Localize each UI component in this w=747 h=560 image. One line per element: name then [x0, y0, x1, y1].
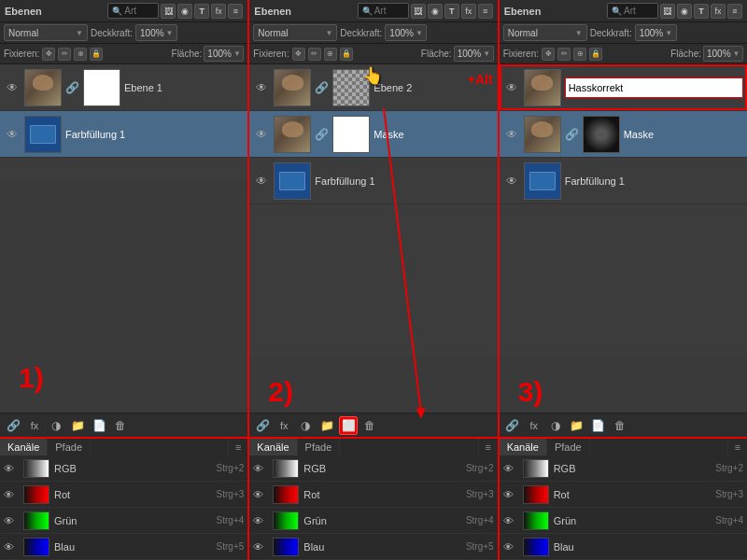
- layer-link-icon[interactable]: 🔗: [65, 81, 79, 94]
- tab-channels-2[interactable]: Kanäle: [249, 439, 297, 455]
- layer-row[interactable]: 👁: [500, 64, 747, 111]
- channel-row-rgb-2[interactable]: 👁 RGB Strg+2: [249, 455, 497, 482]
- icon-circle-1[interactable]: ◉: [177, 4, 192, 19]
- action-group-2[interactable]: 📁: [317, 416, 336, 435]
- blend-mode-3[interactable]: Normal▼: [503, 24, 587, 41]
- search-box-2[interactable]: 🔍 Art: [358, 3, 409, 19]
- action-fx[interactable]: fx: [25, 416, 44, 435]
- action-adj-3[interactable]: ◑: [546, 416, 565, 435]
- eye-icon[interactable]: 👁: [253, 79, 270, 96]
- action-adj-2[interactable]: ◑: [296, 416, 315, 435]
- fix-icon-pos-3[interactable]: ⊕: [573, 48, 586, 61]
- channel-row-blue-2[interactable]: 👁 Blau Strg+5: [249, 534, 497, 560]
- fix-icon-move-1[interactable]: ✥: [42, 48, 55, 61]
- eye-icon[interactable]: 👁: [253, 489, 268, 500]
- fill-value-3[interactable]: 100%▼: [703, 46, 743, 62]
- eye-icon[interactable]: 👁: [253, 173, 270, 189]
- icon-T-3[interactable]: T: [694, 4, 709, 19]
- eye-icon[interactable]: 👁: [4, 541, 19, 553]
- icon-T-2[interactable]: T: [444, 4, 459, 19]
- eye-icon[interactable]: 👁: [4, 515, 19, 526]
- layer-row[interactable]: 👁 Farbfüllung 1: [500, 158, 747, 204]
- fix-icon-lock-3[interactable]: 🔒: [589, 48, 602, 61]
- fix-icon-brush-1[interactable]: ✏: [58, 48, 71, 61]
- search-box-1[interactable]: 🔍 Art: [107, 3, 159, 19]
- channel-row-green-3[interactable]: 👁 Grün Strg+4: [500, 508, 747, 534]
- layer-link-icon[interactable]: 🔗: [315, 128, 329, 141]
- channel-row-blue-1[interactable]: 👁 Blau Strg+5: [0, 534, 247, 560]
- fix-icon-brush-3[interactable]: ✏: [557, 48, 571, 61]
- opacity-value-1[interactable]: 100%▼: [135, 24, 177, 41]
- action-link-3[interactable]: 🔗: [503, 416, 522, 435]
- layer-link-icon-3[interactable]: 🔗: [565, 128, 579, 141]
- channel-row-red-1[interactable]: 👁 Rot Strg+3: [0, 482, 247, 508]
- channel-row-green-2[interactable]: 👁 Grün Strg+4: [249, 508, 497, 534]
- icon-T-1[interactable]: T: [194, 4, 209, 19]
- eye-icon[interactable]: 👁: [503, 173, 520, 189]
- fix-icon-lock-2[interactable]: 🔒: [340, 48, 353, 61]
- icon-circle-3[interactable]: ◉: [677, 4, 692, 19]
- eye-icon[interactable]: 👁: [253, 541, 268, 553]
- eye-icon[interactable]: 👁: [503, 79, 520, 96]
- eye-icon[interactable]: 👁: [253, 515, 268, 526]
- blend-mode-2[interactable]: Normal▼: [253, 24, 337, 41]
- layer-row[interactable]: 👁 Farbfüllung 1: [249, 158, 497, 204]
- fix-icon-move-2[interactable]: ✥: [292, 48, 305, 61]
- layer-row[interactable]: 👁 🔗 👆 Ebene 2 +Alt: [249, 64, 497, 111]
- action-delete-2[interactable]: 🗑: [360, 416, 379, 435]
- fix-icon-pos-1[interactable]: ⊕: [74, 48, 87, 61]
- fix-icon-pos-2[interactable]: ⊕: [324, 48, 337, 61]
- fill-value-2[interactable]: 100%▼: [454, 46, 494, 62]
- icon-more-1[interactable]: ≡: [228, 4, 243, 19]
- eye-icon[interactable]: 👁: [503, 515, 518, 526]
- tab-paths-1[interactable]: Pfade: [48, 439, 91, 455]
- channel-row-green-1[interactable]: 👁 Grün Strg+4: [0, 508, 247, 534]
- action-mask-highlighted[interactable]: ⬜: [339, 416, 358, 435]
- tab-channels-1[interactable]: Kanäle: [0, 439, 48, 455]
- fill-value-1[interactable]: 100%▼: [204, 46, 244, 62]
- opacity-value-2[interactable]: 100%▼: [385, 24, 427, 41]
- channel-row-rgb-3[interactable]: 👁 RGB Strg+2: [500, 455, 747, 482]
- action-fx-3[interactable]: fx: [525, 416, 543, 435]
- eye-icon[interactable]: 👁: [4, 126, 21, 143]
- action-new[interactable]: 📄: [90, 416, 108, 435]
- fix-icon-brush-2[interactable]: ✏: [308, 48, 321, 61]
- icon-circle-2[interactable]: ◉: [428, 4, 443, 19]
- eye-icon[interactable]: 👁: [503, 463, 518, 474]
- eye-icon[interactable]: 👁: [503, 126, 520, 143]
- action-new-3[interactable]: 📄: [589, 416, 608, 435]
- tab-channels-3[interactable]: Kanäle: [500, 439, 547, 455]
- channel-row-blue-3[interactable]: 👁 Blau: [500, 534, 747, 560]
- icon-more-3[interactable]: ≡: [727, 4, 742, 19]
- eye-icon[interactable]: 👁: [503, 541, 518, 553]
- icon-image-3[interactable]: 🖼: [660, 4, 675, 19]
- action-delete[interactable]: 🗑: [111, 416, 130, 435]
- opacity-value-3[interactable]: 100%▼: [635, 24, 677, 41]
- icon-fx-3[interactable]: fx: [711, 4, 726, 19]
- channels-menu-3[interactable]: ≡: [728, 439, 747, 455]
- action-group-3[interactable]: 📁: [568, 416, 586, 435]
- action-link-2[interactable]: 🔗: [253, 416, 272, 435]
- layer-row[interactable]: 👁 Farbfüllung 1: [0, 111, 247, 158]
- icon-fx-2[interactable]: fx: [461, 4, 476, 19]
- eye-icon[interactable]: 👁: [4, 489, 19, 500]
- channel-row-red-2[interactable]: 👁 Rot Strg+3: [249, 482, 497, 508]
- action-fx-2[interactable]: fx: [275, 416, 293, 435]
- eye-icon[interactable]: 👁: [503, 489, 518, 500]
- channel-row-rgb-1[interactable]: 👁 RGB Strg+2: [0, 455, 247, 482]
- eye-icon[interactable]: 👁: [253, 126, 270, 143]
- fix-icon-move-3[interactable]: ✥: [542, 48, 555, 61]
- layer-row[interactable]: 👁 🔗 Maske: [249, 111, 497, 158]
- channels-menu-2[interactable]: ≡: [479, 439, 498, 455]
- tab-paths-3[interactable]: Pfade: [547, 439, 590, 455]
- action-delete-3[interactable]: 🗑: [611, 416, 629, 435]
- tab-paths-2[interactable]: Pfade: [298, 439, 341, 455]
- search-box-3[interactable]: 🔍 Art: [607, 3, 658, 19]
- action-group[interactable]: 📁: [68, 416, 87, 435]
- layer-row[interactable]: 👁 🔗 Ebene 1: [0, 64, 247, 111]
- channels-menu-1[interactable]: ≡: [229, 439, 247, 455]
- icon-image-1[interactable]: 🖼: [161, 4, 176, 19]
- icon-fx-1[interactable]: fx: [211, 4, 226, 19]
- action-link[interactable]: 🔗: [4, 416, 22, 435]
- channel-row-red-3[interactable]: 👁 Rot Strg+3: [500, 482, 747, 508]
